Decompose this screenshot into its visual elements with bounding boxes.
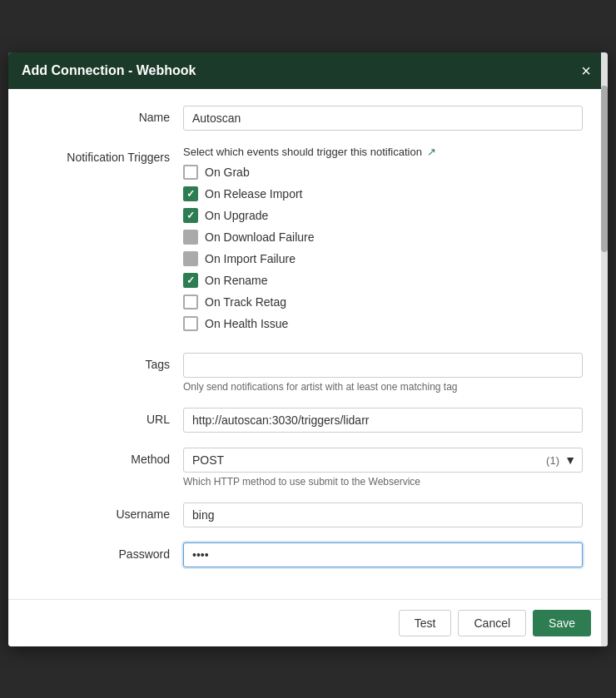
checkbox-on-health-issue[interactable]: [183, 316, 198, 331]
modal-overlay: Add Connection - Webhook × Name Notifica…: [0, 0, 616, 698]
name-label: Name: [33, 106, 183, 124]
triggers-control: Select which events should trigger this …: [183, 146, 583, 338]
checkbox-label-on-release-import: On Release Import: [205, 187, 303, 200]
cancel-button[interactable]: Cancel: [458, 610, 526, 636]
modal-body: Name Notification Triggers Select which …: [8, 89, 608, 599]
checkbox-label-on-upgrade: On Upgrade: [205, 209, 268, 222]
checkbox-label-on-track-retag: On Track Retag: [205, 295, 286, 309]
modal-header: Add Connection - Webhook ×: [8, 52, 608, 89]
checkbox-on-download-failure[interactable]: [183, 230, 198, 245]
checkbox-item-on-import-failure: On Import Failure: [183, 251, 583, 266]
scrollbar-thumb[interactable]: [601, 86, 608, 252]
modal-footer: Test Cancel Save: [8, 599, 608, 646]
url-control: [183, 408, 583, 433]
checkbox-list: On GrabOn Release ImportOn UpgradeOn Dow…: [183, 165, 583, 331]
url-row: URL: [33, 408, 583, 433]
tags-control: Only send notifications for artist with …: [183, 353, 583, 393]
method-badge: (1): [546, 453, 559, 466]
checkbox-label-on-rename: On Rename: [205, 274, 267, 287]
checkbox-label-on-download-failure: On Download Failure: [205, 230, 315, 244]
modal-title: Add Connection - Webhook: [22, 63, 196, 78]
triggers-label: Notification Triggers: [33, 146, 183, 164]
checkbox-on-rename[interactable]: [183, 273, 198, 288]
checkbox-label-on-grab: On Grab: [205, 166, 250, 179]
modal: Add Connection - Webhook × Name Notifica…: [8, 52, 608, 646]
triggers-row: Notification Triggers Select which event…: [33, 146, 583, 338]
method-select-wrap: POST PUT (1) ▼: [183, 448, 583, 473]
url-input[interactable]: [183, 408, 583, 433]
method-row: Method POST PUT (1) ▼ Which HTTP method …: [33, 448, 583, 488]
checkbox-item-on-health-issue: On Health Issue: [183, 316, 583, 331]
save-button[interactable]: Save: [533, 610, 591, 636]
method-help-text: Which HTTP method to use submit to the W…: [183, 476, 583, 488]
method-label: Method: [33, 448, 183, 466]
checkbox-on-track-retag[interactable]: [183, 295, 198, 309]
checkbox-on-grab[interactable]: [183, 165, 198, 180]
name-row: Name: [33, 106, 583, 131]
checkbox-item-on-download-failure: On Download Failure: [183, 230, 583, 245]
checkbox-item-on-grab: On Grab: [183, 165, 583, 180]
password-label: Password: [33, 542, 183, 561]
tags-row: Tags Only send notifications for artist …: [33, 353, 583, 393]
tags-input[interactable]: [183, 353, 583, 378]
checkbox-item-on-track-retag: On Track Retag: [183, 295, 583, 309]
username-control: [183, 502, 583, 527]
password-input[interactable]: [183, 542, 583, 567]
url-label: URL: [33, 408, 183, 426]
name-control: [183, 106, 583, 131]
checkbox-on-import-failure[interactable]: [183, 251, 198, 266]
triggers-help-span: Select which events should trigger this …: [183, 146, 422, 158]
checkbox-item-on-upgrade: On Upgrade: [183, 208, 583, 223]
close-button[interactable]: ×: [578, 62, 594, 79]
username-input[interactable]: [183, 502, 583, 527]
external-link-icon[interactable]: ↗: [427, 146, 436, 158]
tags-help-text: Only send notifications for artist with …: [183, 381, 583, 393]
checkbox-label-on-import-failure: On Import Failure: [205, 252, 296, 265]
tags-label: Tags: [33, 353, 183, 371]
username-row: Username: [33, 502, 583, 527]
checkbox-on-release-import[interactable]: [183, 186, 198, 201]
method-select[interactable]: POST PUT: [183, 448, 583, 473]
checkbox-item-on-release-import: On Release Import: [183, 186, 583, 201]
checkbox-on-upgrade[interactable]: [183, 208, 198, 223]
test-button[interactable]: Test: [399, 610, 452, 636]
triggers-help-text: Select which events should trigger this …: [183, 146, 583, 158]
username-label: Username: [33, 502, 183, 521]
password-row: Password: [33, 542, 583, 567]
checkbox-item-on-rename: On Rename: [183, 273, 583, 288]
checkbox-label-on-health-issue: On Health Issue: [205, 317, 288, 330]
scrollbar-track[interactable]: [601, 52, 608, 646]
name-input[interactable]: [183, 106, 583, 131]
password-control: [183, 542, 583, 567]
method-control: POST PUT (1) ▼ Which HTTP method to use …: [183, 448, 583, 488]
